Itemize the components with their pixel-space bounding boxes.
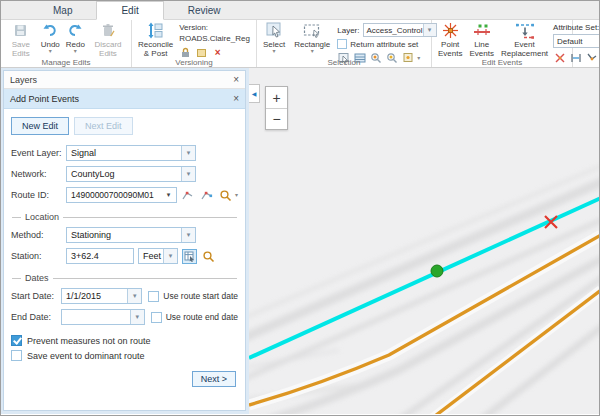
location-section-label: Location [25,212,59,222]
dropdown-caret-icon: ▾ [162,188,176,202]
collapse-arrow-icon: ◀ [252,90,257,97]
save-edits-button[interactable]: Save Edits [5,21,37,59]
start-date-label: Start Date: [11,291,61,301]
use-route-start-date-checkbox[interactable]: Use route start date [148,291,238,302]
version-label: Version: [179,23,250,32]
network-dropdown[interactable]: CountyLog ▾ [66,166,196,182]
group-manage-edits: Save Edits Undo ▾ Redo ▾ Discar [1,20,132,67]
layers-close-icon[interactable]: × [233,75,239,85]
new-edit-button[interactable]: New Edit [11,117,69,135]
tab-edit[interactable]: Edit [96,1,163,20]
dropdown-caret-icon: ▾ [181,146,195,160]
start-date-input[interactable]: 1/1/2015 ▾ [61,288,142,304]
point-events-icon [442,22,459,39]
dropdown-caret-icon: ▾ [127,289,141,303]
network-label: Network: [11,169,66,179]
map-view[interactable]: ◀ + − [249,68,599,414]
next-edit-button[interactable]: Next Edit [74,117,133,135]
method-label: Method: [11,230,66,240]
group-selection: Select ▾ Rectangle ▾ Layer: Access_Contr… [257,20,432,67]
dates-section-separator: Dates [12,273,237,283]
method-dropdown[interactable]: Stationing ▾ [66,227,196,243]
event-replacement-icon [515,22,535,39]
map-canvas [249,68,599,414]
point-events-button[interactable]: Point Events [436,21,464,59]
reconcile-post-button[interactable]: Reconcile & Post [136,21,175,59]
select-button[interactable]: Select ▾ [261,21,287,54]
prevent-measures-checkbox[interactable]: Prevent measures not on route [11,335,238,346]
station-unit-dropdown[interactable]: Feet ▾ [138,248,178,264]
zoom-in-button[interactable]: + [266,87,287,108]
add-point-events-body: New Edit Next Edit Event Layer: Signal ▾… [4,109,245,410]
map-imagery-stripes [249,162,599,414]
event-layer-dropdown[interactable]: Signal ▾ [66,145,196,161]
station-label: Station: [11,251,66,261]
map-zoom-control: + − [265,86,288,130]
dropdown-caret-icon: ▾ [163,249,177,263]
event-layer-label: Event Layer: [11,148,66,158]
select-route-on-map-icon[interactable] [181,188,196,203]
group-label-manage-edits: Manage Edits [1,58,131,67]
trash-icon [101,22,115,39]
event-replacement-button[interactable]: Event Replacement [499,21,550,59]
attribute-set-dropdown[interactable]: Default ▾ [553,34,600,48]
redo-button[interactable]: Redo ▾ [64,21,87,54]
end-date-label: End Date: [11,312,61,322]
add-point-events-title: Add Point Events [10,94,79,104]
layer-label: Layer: [337,26,359,35]
dates-section-label: Dates [25,273,49,283]
redo-caret-icon[interactable]: ▾ [74,49,77,53]
snap-event-icon[interactable] [585,51,598,64]
save-icon [13,22,28,39]
pick-station-from-map-button[interactable] [182,249,197,264]
reconcile-icon [147,22,164,39]
redo-icon [67,22,83,39]
group-label-versioning: Versioning [132,58,256,67]
group-versioning: Reconcile & Post Version: ROADS.Claire_R… [132,20,257,67]
end-date-input[interactable]: ▾ [61,309,145,325]
dropdown-caret-icon: ▾ [181,228,195,242]
version-value: ROADS.Claire_Reg [179,34,250,43]
group-edit-events: Point Events Line Events Event Replaceme… [432,20,573,67]
rectangle-select-icon [303,22,321,39]
zoom-options-caret-icon[interactable]: ▾ [235,193,238,197]
panel-collapse-button[interactable]: ◀ [249,84,260,103]
return-attribute-set-checkbox[interactable]: Return attribute set [337,39,436,49]
layers-pane-header: Layers × [4,71,245,89]
selection-layer-dropdown[interactable]: Access_Control ▾ [363,23,437,37]
undo-icon [42,22,58,39]
app-window: Map Edit Review Save Edits Undo ▾ [0,0,600,416]
dropdown-caret-icon: ▾ [130,310,144,324]
ribbon: Save Edits Undo ▾ Redo ▾ Discar [1,20,599,68]
location-section-separator: Location [12,212,237,222]
add-point-events-close-icon[interactable]: × [233,94,239,104]
tab-review[interactable]: Review [164,2,245,19]
rectangle-caret-icon[interactable]: ▾ [311,49,314,53]
select-cursor-icon [266,22,283,39]
discard-edits-button[interactable]: Discard Edits [89,21,127,59]
station-input[interactable]: 3+62.4 [66,248,134,264]
undo-button[interactable]: Undo ▾ [39,21,62,54]
group-label-edit-events: Edit Events [432,58,572,67]
zoom-to-route-icon[interactable] [218,188,233,203]
line-events-button[interactable]: Line Events [467,21,495,59]
pick-route-from-map-icon[interactable] [199,188,214,203]
left-dock: Layers × Add Point Events × New Edit Nex… [1,68,249,414]
dominant-route-checkbox[interactable]: Save event to dominant route [11,350,238,361]
zoom-out-button[interactable]: − [266,108,287,129]
undo-caret-icon[interactable]: ▾ [49,49,52,53]
group-label-selection: Selection [257,58,431,67]
add-point-events-header: Add Point Events × [4,89,245,109]
event-point-marker[interactable] [431,265,443,277]
use-route-end-date-checkbox[interactable]: Use route end date [151,312,238,323]
rectangle-select-button[interactable]: Rectangle ▾ [292,21,332,54]
route-id-combobox[interactable]: 14900000700090M01 ▾ [66,187,177,203]
select-caret-icon[interactable]: ▾ [273,49,276,53]
attribute-set-label: Attribute Set: [553,23,600,32]
ribbon-tab-bar: Map Edit Review [1,1,599,20]
tab-map[interactable]: Map [29,2,96,19]
panel-frame: Layers × Add Point Events × New Edit Nex… [3,70,246,411]
zoom-to-station-icon[interactable] [201,249,216,264]
route-id-label: Route ID: [11,190,66,200]
next-button[interactable]: Next > [192,371,236,387]
